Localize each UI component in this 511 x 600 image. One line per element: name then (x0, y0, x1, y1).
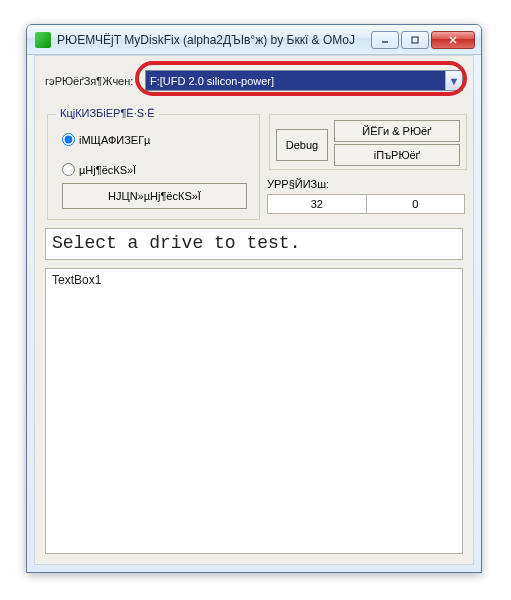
radio-option-1[interactable]: іМЩАФИЗЕГµ (62, 133, 150, 146)
log-textbox[interactable]: TextBox1 (45, 268, 463, 554)
svg-rect-1 (412, 37, 418, 43)
app-icon (35, 32, 51, 48)
minimize-button[interactable] (371, 31, 399, 49)
stat-value-1: 32 (268, 195, 367, 213)
chevron-down-icon[interactable]: ▼ (445, 71, 462, 90)
app-window: РЮЕМЧЁјТ MyDiskFix (alpha2ДЪІв°ж) by Бкк… (26, 24, 482, 573)
close-button[interactable] (431, 31, 475, 49)
stats-label: УРР§ЙИЗш: (267, 178, 329, 190)
stat-value-2: 0 (367, 195, 465, 213)
maximize-button[interactable] (401, 31, 429, 49)
drive-select-label: гэРЮёґЗя¶Жчен: (45, 75, 145, 87)
client-area: гэРЮёґЗя¶Жчен: F:[UFD 2.0 silicon-power]… (34, 55, 474, 565)
stats-row: 32 0 (267, 194, 465, 214)
mode-groupbox: КцјКИЗБіЕР¶Ё·Ѕ·Ё іМЩАФИЗЕГµ µНј¶ёсКЅ»Ї Н… (47, 114, 260, 220)
radio-label-2: µНј¶ёсКЅ»Ї (79, 164, 136, 176)
debug-button[interactable]: Debug (276, 129, 328, 161)
radio-option-2[interactable]: µНј¶ёсКЅ»Ї (62, 163, 136, 176)
drive-select[interactable]: F:[UFD 2.0 silicon-power] ▼ (145, 70, 463, 91)
start-button[interactable]: НЈЦN»µНј¶ёсКЅ»Ї (62, 183, 247, 209)
message-box: Select a drive to test. (45, 228, 463, 260)
drive-select-value: F:[UFD 2.0 silicon-power] (145, 70, 463, 91)
action-groupbox: Debug ЙЁГи & РЮёґ іПъРЮёґ (269, 114, 467, 170)
titlebar[interactable]: РЮЕМЧЁјТ MyDiskFix (alpha2ДЪІв°ж) by Бкк… (27, 25, 481, 55)
radio-input-2[interactable] (62, 163, 75, 176)
window-title: РЮЕМЧЁјТ MyDiskFix (alpha2ДЪІв°ж) by Бкк… (57, 33, 371, 47)
scan-repair-button[interactable]: ЙЁГи & РЮёґ (334, 120, 460, 142)
radio-label-1: іМЩАФИЗЕГµ (79, 134, 150, 146)
mode-group-title: КцјКИЗБіЕР¶Ё·Ѕ·Ё (56, 107, 159, 119)
repair-button[interactable]: іПъРЮёґ (334, 144, 460, 166)
radio-input-1[interactable] (62, 133, 75, 146)
